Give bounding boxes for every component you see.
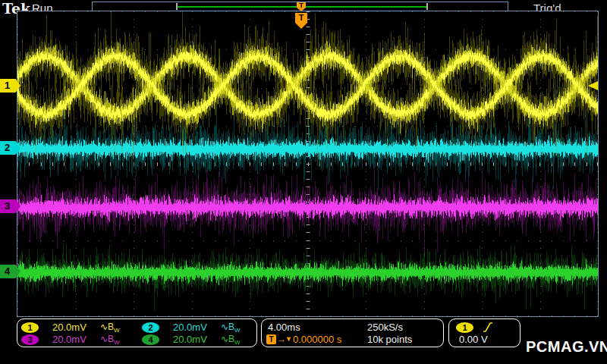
record-length: 10k points [367, 334, 412, 345]
watermark: PCMAG.VN [526, 338, 607, 356]
channel-2-badge: 2 [142, 322, 159, 333]
channel-4-badge: 4 [142, 334, 159, 345]
channel-4-scale: 20.0mV [173, 334, 207, 345]
trigger-t-icon: T [266, 334, 276, 344]
sample-rate: 250kS/s [367, 322, 403, 333]
rising-edge-slope-icon [483, 322, 494, 333]
trigger-readout-box: 1 0.00 V [448, 318, 521, 347]
channel-1-scale: 20.0mV [52, 322, 86, 333]
channel-1-coupling-bw-icon: ∿BW [100, 322, 120, 334]
oscilloscope-screen: Tek Run Trig'd T 1 2 3 4 T 1 20.0mV ∿BW … [0, 0, 607, 364]
channel-1-badge: 1 [21, 322, 39, 333]
record-window-left-bracket [176, 3, 178, 10]
horizontal-scale: 4.00ms [268, 322, 300, 333]
channel-3-scale: 20.0mV [52, 334, 86, 345]
trigger-source-badge: 1 [456, 322, 473, 333]
record-window-right-bracket [426, 3, 428, 10]
channel-3-badge: 3 [21, 334, 39, 345]
channel-2-scale: 20.0mV [173, 322, 207, 333]
channel-2-coupling-bw-icon: ∿BW [221, 322, 241, 334]
channel-readout-box: 1 20.0mV ∿BW 2 20.0mV ∿BW 3 20.0mV ∿BW 4… [17, 318, 257, 347]
channel-3-coupling-bw-icon: ∿BW [100, 334, 120, 346]
horizontal-position: 0.000000 s [293, 334, 341, 345]
down-marker-icon: ▼ [285, 333, 292, 345]
trigger-level-arrow-icon [588, 81, 598, 90]
trigger-level: 0.00 V [459, 334, 488, 345]
waveform-display [17, 11, 598, 316]
channel-4-coupling-bw-icon: ∿BW [221, 334, 241, 346]
horizontal-readout-box: 4.00ms 250kS/s T → ▼ 0.000000 s 10k poin… [261, 318, 444, 347]
